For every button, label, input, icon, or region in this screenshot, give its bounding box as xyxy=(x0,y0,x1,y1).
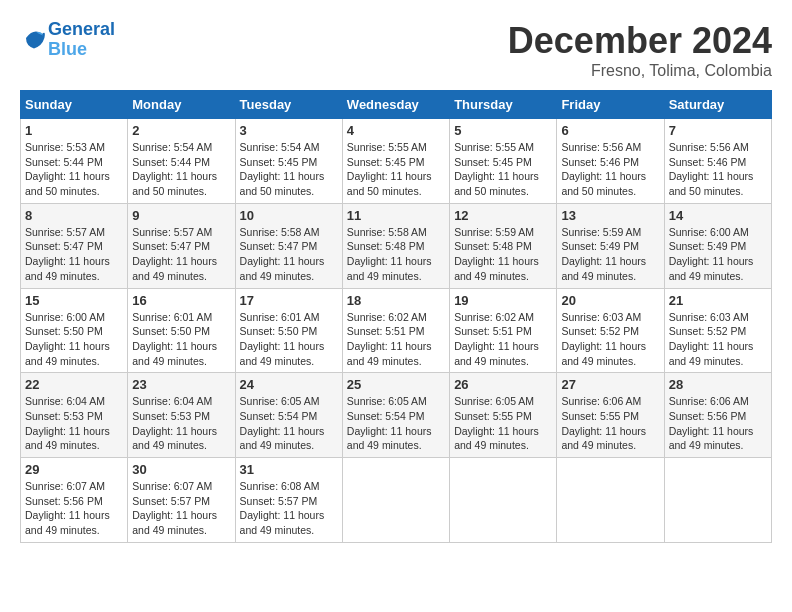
day-info: Sunrise: 6:04 AMSunset: 5:53 PMDaylight:… xyxy=(25,394,123,453)
day-info: Sunrise: 5:54 AMSunset: 5:45 PMDaylight:… xyxy=(240,140,338,199)
day-info: Sunrise: 6:03 AMSunset: 5:52 PMDaylight:… xyxy=(669,310,767,369)
day-number: 28 xyxy=(669,377,767,392)
day-info: Sunrise: 5:59 AMSunset: 5:48 PMDaylight:… xyxy=(454,225,552,284)
calendar-cell: 19Sunrise: 6:02 AMSunset: 5:51 PMDayligh… xyxy=(450,288,557,373)
calendar-cell: 20Sunrise: 6:03 AMSunset: 5:52 PMDayligh… xyxy=(557,288,664,373)
day-info: Sunrise: 6:04 AMSunset: 5:53 PMDaylight:… xyxy=(132,394,230,453)
day-info: Sunrise: 6:02 AMSunset: 5:51 PMDaylight:… xyxy=(454,310,552,369)
title-block: December 2024 Fresno, Tolima, Colombia xyxy=(508,20,772,80)
day-info: Sunrise: 6:01 AMSunset: 5:50 PMDaylight:… xyxy=(240,310,338,369)
day-info: Sunrise: 5:55 AMSunset: 5:45 PMDaylight:… xyxy=(347,140,445,199)
calendar-week-4: 22Sunrise: 6:04 AMSunset: 5:53 PMDayligh… xyxy=(21,373,772,458)
day-number: 25 xyxy=(347,377,445,392)
day-info: Sunrise: 5:54 AMSunset: 5:44 PMDaylight:… xyxy=(132,140,230,199)
day-number: 26 xyxy=(454,377,552,392)
day-number: 13 xyxy=(561,208,659,223)
calendar-table: SundayMondayTuesdayWednesdayThursdayFrid… xyxy=(20,90,772,543)
calendar-cell: 18Sunrise: 6:02 AMSunset: 5:51 PMDayligh… xyxy=(342,288,449,373)
calendar-cell xyxy=(557,458,664,543)
calendar-cell xyxy=(342,458,449,543)
calendar-cell xyxy=(664,458,771,543)
day-info: Sunrise: 5:53 AMSunset: 5:44 PMDaylight:… xyxy=(25,140,123,199)
calendar-cell xyxy=(450,458,557,543)
calendar-cell: 21Sunrise: 6:03 AMSunset: 5:52 PMDayligh… xyxy=(664,288,771,373)
calendar-cell: 9Sunrise: 5:57 AMSunset: 5:47 PMDaylight… xyxy=(128,203,235,288)
calendar-week-3: 15Sunrise: 6:00 AMSunset: 5:50 PMDayligh… xyxy=(21,288,772,373)
day-number: 8 xyxy=(25,208,123,223)
logo-icon xyxy=(22,26,46,50)
calendar-cell: 7Sunrise: 5:56 AMSunset: 5:46 PMDaylight… xyxy=(664,119,771,204)
day-number: 31 xyxy=(240,462,338,477)
day-number: 4 xyxy=(347,123,445,138)
calendar-week-2: 8Sunrise: 5:57 AMSunset: 5:47 PMDaylight… xyxy=(21,203,772,288)
calendar-cell: 5Sunrise: 5:55 AMSunset: 5:45 PMDaylight… xyxy=(450,119,557,204)
calendar-cell: 26Sunrise: 6:05 AMSunset: 5:55 PMDayligh… xyxy=(450,373,557,458)
calendar-cell: 17Sunrise: 6:01 AMSunset: 5:50 PMDayligh… xyxy=(235,288,342,373)
calendar-cell: 29Sunrise: 6:07 AMSunset: 5:56 PMDayligh… xyxy=(21,458,128,543)
calendar-cell: 24Sunrise: 6:05 AMSunset: 5:54 PMDayligh… xyxy=(235,373,342,458)
day-info: Sunrise: 6:00 AMSunset: 5:50 PMDaylight:… xyxy=(25,310,123,369)
day-info: Sunrise: 6:01 AMSunset: 5:50 PMDaylight:… xyxy=(132,310,230,369)
calendar-cell: 31Sunrise: 6:08 AMSunset: 5:57 PMDayligh… xyxy=(235,458,342,543)
calendar-cell: 28Sunrise: 6:06 AMSunset: 5:56 PMDayligh… xyxy=(664,373,771,458)
day-number: 20 xyxy=(561,293,659,308)
day-info: Sunrise: 6:08 AMSunset: 5:57 PMDaylight:… xyxy=(240,479,338,538)
day-number: 16 xyxy=(132,293,230,308)
calendar-week-1: 1Sunrise: 5:53 AMSunset: 5:44 PMDaylight… xyxy=(21,119,772,204)
day-info: Sunrise: 5:55 AMSunset: 5:45 PMDaylight:… xyxy=(454,140,552,199)
day-number: 27 xyxy=(561,377,659,392)
day-info: Sunrise: 6:00 AMSunset: 5:49 PMDaylight:… xyxy=(669,225,767,284)
day-info: Sunrise: 6:05 AMSunset: 5:55 PMDaylight:… xyxy=(454,394,552,453)
calendar-cell: 1Sunrise: 5:53 AMSunset: 5:44 PMDaylight… xyxy=(21,119,128,204)
calendar-cell: 8Sunrise: 5:57 AMSunset: 5:47 PMDaylight… xyxy=(21,203,128,288)
calendar-cell: 12Sunrise: 5:59 AMSunset: 5:48 PMDayligh… xyxy=(450,203,557,288)
header-tuesday: Tuesday xyxy=(235,91,342,119)
day-number: 15 xyxy=(25,293,123,308)
day-number: 7 xyxy=(669,123,767,138)
calendar-cell: 22Sunrise: 6:04 AMSunset: 5:53 PMDayligh… xyxy=(21,373,128,458)
calendar-cell: 2Sunrise: 5:54 AMSunset: 5:44 PMDaylight… xyxy=(128,119,235,204)
calendar-cell: 13Sunrise: 5:59 AMSunset: 5:49 PMDayligh… xyxy=(557,203,664,288)
calendar-cell: 14Sunrise: 6:00 AMSunset: 5:49 PMDayligh… xyxy=(664,203,771,288)
day-number: 5 xyxy=(454,123,552,138)
header-friday: Friday xyxy=(557,91,664,119)
location: Fresno, Tolima, Colombia xyxy=(508,62,772,80)
day-info: Sunrise: 5:58 AMSunset: 5:48 PMDaylight:… xyxy=(347,225,445,284)
day-number: 14 xyxy=(669,208,767,223)
day-number: 2 xyxy=(132,123,230,138)
calendar-cell: 11Sunrise: 5:58 AMSunset: 5:48 PMDayligh… xyxy=(342,203,449,288)
day-info: Sunrise: 5:57 AMSunset: 5:47 PMDaylight:… xyxy=(132,225,230,284)
day-info: Sunrise: 5:58 AMSunset: 5:47 PMDaylight:… xyxy=(240,225,338,284)
calendar-cell: 30Sunrise: 6:07 AMSunset: 5:57 PMDayligh… xyxy=(128,458,235,543)
day-number: 30 xyxy=(132,462,230,477)
day-info: Sunrise: 5:57 AMSunset: 5:47 PMDaylight:… xyxy=(25,225,123,284)
day-number: 29 xyxy=(25,462,123,477)
calendar-cell: 27Sunrise: 6:06 AMSunset: 5:55 PMDayligh… xyxy=(557,373,664,458)
header-thursday: Thursday xyxy=(450,91,557,119)
day-number: 21 xyxy=(669,293,767,308)
calendar-cell: 15Sunrise: 6:00 AMSunset: 5:50 PMDayligh… xyxy=(21,288,128,373)
header-sunday: Sunday xyxy=(21,91,128,119)
day-info: Sunrise: 6:07 AMSunset: 5:57 PMDaylight:… xyxy=(132,479,230,538)
day-number: 23 xyxy=(132,377,230,392)
day-info: Sunrise: 5:56 AMSunset: 5:46 PMDaylight:… xyxy=(561,140,659,199)
header-monday: Monday xyxy=(128,91,235,119)
day-info: Sunrise: 6:06 AMSunset: 5:56 PMDaylight:… xyxy=(669,394,767,453)
calendar-cell: 10Sunrise: 5:58 AMSunset: 5:47 PMDayligh… xyxy=(235,203,342,288)
logo: GeneralBlue xyxy=(20,20,115,60)
day-number: 18 xyxy=(347,293,445,308)
day-info: Sunrise: 5:59 AMSunset: 5:49 PMDaylight:… xyxy=(561,225,659,284)
day-info: Sunrise: 6:07 AMSunset: 5:56 PMDaylight:… xyxy=(25,479,123,538)
day-info: Sunrise: 6:05 AMSunset: 5:54 PMDaylight:… xyxy=(347,394,445,453)
day-info: Sunrise: 5:56 AMSunset: 5:46 PMDaylight:… xyxy=(669,140,767,199)
calendar-cell: 3Sunrise: 5:54 AMSunset: 5:45 PMDaylight… xyxy=(235,119,342,204)
day-number: 3 xyxy=(240,123,338,138)
header-saturday: Saturday xyxy=(664,91,771,119)
calendar-cell: 6Sunrise: 5:56 AMSunset: 5:46 PMDaylight… xyxy=(557,119,664,204)
header-wednesday: Wednesday xyxy=(342,91,449,119)
day-number: 24 xyxy=(240,377,338,392)
calendar-cell: 25Sunrise: 6:05 AMSunset: 5:54 PMDayligh… xyxy=(342,373,449,458)
calendar-cell: 16Sunrise: 6:01 AMSunset: 5:50 PMDayligh… xyxy=(128,288,235,373)
logo-text: GeneralBlue xyxy=(48,20,115,60)
day-number: 10 xyxy=(240,208,338,223)
